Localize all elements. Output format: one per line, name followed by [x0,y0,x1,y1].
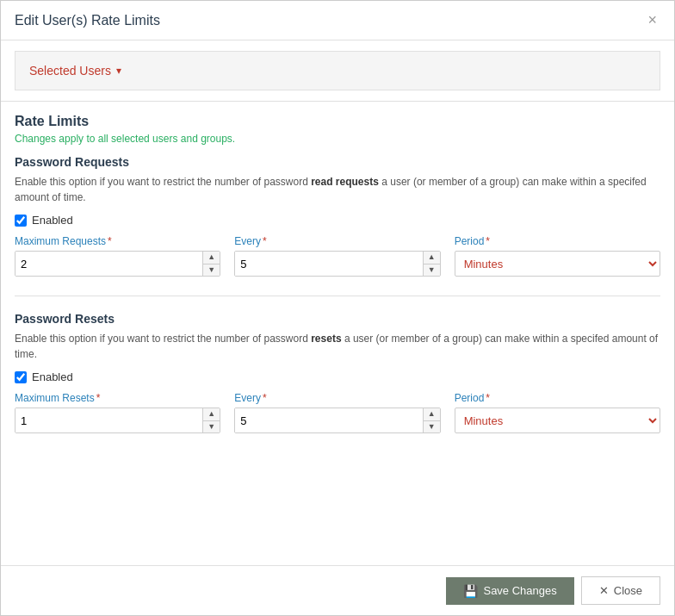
close-button[interactable]: ✕ Close [581,576,660,605]
every-resets-down-button[interactable]: ▼ [424,421,440,433]
max-resets-input[interactable] [15,408,202,432]
password-resets-section: Password Resets Enable this option if yo… [1,300,674,449]
period-resets-field-group: Period* Minutes Hours Days [455,392,660,433]
password-resets-fields: Maximum Resets* ▲ ▼ Every* [15,392,660,433]
password-resets-enabled-label: Enabled [32,370,73,383]
desc2-bold: resets [311,333,341,345]
password-requests-enabled-label: Enabled [32,214,73,227]
every-requests-input[interactable] [235,252,422,276]
every-resets-spinner: ▲ ▼ [234,408,440,433]
selected-users-label: Selected Users [29,64,111,78]
max-requests-field-group: Maximum Requests* ▲ ▼ [15,235,220,277]
password-resets-enabled-row: Enabled [15,370,660,383]
max-resets-spinner-buttons: ▲ ▼ [202,408,220,432]
password-requests-fields: Maximum Requests* ▲ ▼ Every* [15,235,660,277]
max-resets-spinner: ▲ ▼ [15,408,220,433]
max-requests-up-button[interactable]: ▲ [203,252,220,264]
password-requests-enabled-checkbox[interactable] [15,215,27,227]
desc2-part1: Enable this option if you want to restri… [15,333,311,345]
every-resets-spinner-buttons: ▲ ▼ [423,408,440,432]
selected-users-section: Selected Users ▾ [15,51,660,90]
rate-limits-subtitle: Changes apply to all selected users and … [15,133,660,145]
max-resets-field-group: Maximum Resets* ▲ ▼ [15,392,220,433]
close-x-button[interactable]: × [644,11,660,29]
password-requests-title: Password Requests [15,155,660,169]
section-divider-2 [15,296,660,296]
save-changes-label: Save Changes [483,584,556,597]
max-resets-down-button[interactable]: ▼ [203,421,220,433]
period-requests-select[interactable]: Minutes Hours Days [455,251,660,277]
save-icon: 💾 [463,584,478,598]
period-resets-label: Period* [455,392,660,404]
rate-limits-section: Rate Limits Changes apply to all selecte… [1,102,674,292]
modal-footer: 💾 Save Changes ✕ Close [1,565,674,615]
every-requests-spinner: ▲ ▼ [234,251,440,277]
selected-users-toggle[interactable]: Selected Users ▾ [29,64,646,78]
password-requests-subsection: Password Requests Enable this option if … [15,155,660,277]
password-requests-enabled-row: Enabled [15,214,660,227]
chevron-down-icon: ▾ [116,65,121,77]
modal-header: Edit User(s) Rate Limits × [1,1,674,40]
every-resets-field-group: Every* ▲ ▼ [234,392,440,433]
every-resets-label: Every* [234,392,440,404]
max-resets-label: Maximum Resets* [15,392,220,404]
every-resets-input[interactable] [235,408,422,432]
modal-body: Selected Users ▾ Rate Limits Changes app… [1,40,674,565]
max-requests-label: Maximum Requests* [15,235,220,247]
desc1-bold: read requests [311,176,379,188]
period-requests-label: Period* [455,235,660,247]
max-requests-input[interactable] [15,252,202,276]
close-icon: ✕ [599,584,609,597]
modal-title: Edit User(s) Rate Limits [15,13,160,28]
period-resets-select[interactable]: Minutes Hours Days [455,408,660,433]
every-requests-field-group: Every* ▲ ▼ [234,235,440,277]
every-requests-spinner-buttons: ▲ ▼ [423,252,440,276]
desc1-part1: Enable this option if you want to restri… [15,176,311,188]
period-requests-field-group: Period* Minutes Hours Days [455,235,660,277]
max-requests-down-button[interactable]: ▼ [203,264,220,277]
every-requests-label: Every* [234,235,440,247]
close-label: Close [614,584,642,597]
save-changes-button[interactable]: 💾 Save Changes [446,577,573,605]
rate-limits-title: Rate Limits [15,114,660,129]
modal: Edit User(s) Rate Limits × Selected User… [0,0,675,616]
password-requests-description: Enable this option if you want to restri… [15,174,660,205]
every-requests-up-button[interactable]: ▲ [424,252,440,264]
password-resets-description: Enable this option if you want to restri… [15,331,660,362]
every-requests-down-button[interactable]: ▼ [424,264,440,277]
password-resets-title: Password Resets [15,312,660,326]
max-requests-spinner: ▲ ▼ [15,251,220,277]
password-resets-enabled-checkbox[interactable] [15,371,27,383]
every-resets-up-button[interactable]: ▲ [424,408,440,421]
max-resets-up-button[interactable]: ▲ [203,408,220,421]
max-requests-spinner-buttons: ▲ ▼ [202,252,220,276]
